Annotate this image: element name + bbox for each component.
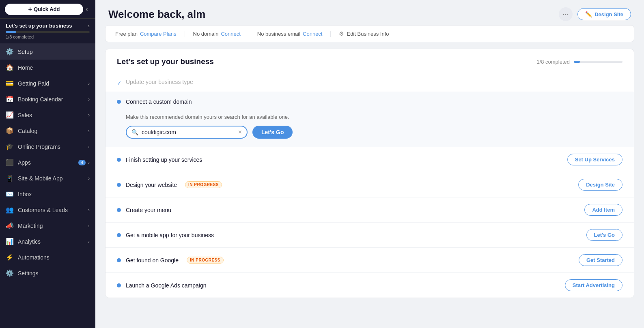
quick-add-button[interactable]: + Quick Add: [5, 4, 83, 15]
chevron-right-icon: ›: [88, 239, 90, 244]
info-bar-plan: Free plan Compare Plans: [115, 31, 185, 37]
set-up-services-button[interactable]: Set Up Services: [567, 154, 622, 165]
step-dot-icon: [117, 283, 121, 287]
add-item-button[interactable]: Add Item: [584, 204, 622, 216]
chevron-right-icon: ›: [88, 207, 90, 213]
setup-progress-bar: [574, 61, 622, 63]
step-label: Get a mobile app for your business: [126, 232, 214, 238]
sidebar-progress-text: 1/8 completed: [6, 34, 90, 39]
step-dot-icon: [117, 183, 121, 187]
sidebar-toggle-button[interactable]: ‹: [83, 3, 90, 15]
mobile-icon: 📱: [6, 174, 14, 182]
business-setup-toggle[interactable]: Let's set up your business ›: [6, 23, 90, 29]
sidebar-item-analytics[interactable]: 📊 Analytics ›: [0, 234, 95, 249]
chevron-right-icon: ›: [88, 112, 90, 118]
step-design-website: Design your website IN PROGRESS Design S…: [106, 172, 634, 197]
sidebar-item-label: Inbox: [18, 191, 32, 197]
chevron-right-icon: ›: [88, 81, 90, 86]
lets-go-button[interactable]: Let's Go: [252, 126, 293, 139]
more-options-button[interactable]: ···: [559, 7, 573, 21]
sidebar-item-label: Booking Calendar: [18, 96, 63, 103]
sidebar-item-setup[interactable]: ⚙️ Setup: [0, 44, 95, 60]
domain-search-input[interactable]: [142, 129, 235, 135]
search-icon: 🔍: [131, 129, 138, 135]
domain-input-row: 🔍 × Let's Go: [126, 126, 622, 139]
domain-clear-button[interactable]: ×: [238, 129, 242, 135]
step-create-menu: Create your menu Add Item: [106, 197, 634, 223]
start-advertising-button[interactable]: Start Advertising: [565, 279, 622, 291]
step-mobile-app: Get a mobile app for your business Let's…: [106, 223, 634, 248]
sidebar-item-catalog[interactable]: 📦 Catalog ›: [0, 123, 95, 139]
automations-icon: ⚡: [6, 253, 14, 261]
sidebar-item-label: Catalog: [18, 128, 37, 134]
sidebar-item-apps[interactable]: ⬛ Apps 4 ›: [0, 154, 95, 170]
sidebar-progress-fill: [6, 31, 16, 33]
business-setup-section: Let's set up your business › 1/8 complet…: [0, 19, 95, 44]
setup-card-progress: 1/8 completed: [536, 59, 622, 65]
step-label: Connect a custom domain: [126, 99, 192, 105]
step-check-icon: ✓: [117, 80, 121, 84]
step-dot-icon: [117, 158, 121, 162]
design-site-button[interactable]: ✏️ Design Site: [577, 8, 631, 20]
step-label: Design your website: [126, 182, 177, 188]
sidebar-item-home[interactable]: 🏠 Home: [0, 60, 95, 75]
sidebar-top: + Quick Add ‹: [0, 0, 95, 19]
chevron-right-icon: ›: [88, 23, 90, 29]
sidebar-item-label: Customers & Leads: [18, 207, 68, 213]
chevron-right-icon: ›: [88, 144, 90, 150]
pencil-icon: ✏️: [585, 11, 592, 17]
online-programs-icon: 🎓: [6, 143, 14, 150]
sidebar-item-online-programs[interactable]: 🎓 Online Programs ›: [0, 139, 95, 154]
edit-business-link[interactable]: Edit Business Info: [347, 31, 389, 37]
step-description: Make this recommended domain yours or se…: [126, 114, 622, 120]
sidebar-item-label: Setup: [18, 49, 33, 55]
inbox-icon: ✉️: [6, 190, 14, 198]
main-header: Welcome back, alm ··· ✏️ Design Site: [95, 0, 644, 25]
step-dot-icon: [117, 208, 121, 212]
ellipsis-icon: ···: [563, 10, 569, 19]
design-site-label: Design Site: [594, 11, 623, 17]
mobile-lets-go-button[interactable]: Let's Go: [586, 229, 623, 241]
sidebar-item-customers-leads[interactable]: 👥 Customers & Leads ›: [0, 202, 95, 218]
chevron-right-icon: ›: [88, 160, 90, 165]
info-bar-domain: No domain Connect: [185, 31, 249, 37]
sidebar-item-inbox[interactable]: ✉️ Inbox: [0, 186, 95, 202]
sidebar-item-getting-paid[interactable]: 💳 Getting Paid ›: [0, 75, 95, 91]
step-label: Finish setting up your services: [126, 156, 202, 163]
connect-domain-link[interactable]: Connect: [221, 31, 240, 37]
apps-badge: 4: [78, 160, 86, 165]
marketing-icon: 📣: [6, 222, 14, 229]
step-label: Update your business type: [126, 79, 193, 85]
info-bar-edit-business[interactable]: ⚙ Edit Business Info: [331, 30, 397, 37]
step-dot-icon: [117, 258, 121, 262]
setup-progress-fill: [574, 61, 580, 63]
get-started-button[interactable]: Get Started: [579, 254, 622, 266]
sidebar-item-automations[interactable]: ⚡ Automations: [0, 249, 95, 265]
connect-email-link[interactable]: Connect: [303, 31, 322, 37]
sidebar-item-site-mobile[interactable]: 📱 Site & Mobile App ›: [0, 170, 95, 186]
sidebar-item-label: Analytics: [18, 238, 41, 245]
header-actions: ··· ✏️ Design Site: [559, 7, 631, 21]
sidebar-item-marketing[interactable]: 📣 Marketing ›: [0, 218, 95, 234]
chevron-right-icon: ›: [88, 96, 90, 102]
page-title: Welcome back, alm: [108, 8, 205, 21]
design-site-step-button[interactable]: Design Site: [578, 179, 622, 191]
apps-icon: ⬛: [6, 159, 14, 166]
sidebar-item-label: Site & Mobile App: [18, 175, 63, 182]
in-progress-badge: IN PROGRESS: [187, 257, 224, 264]
sidebar: + Quick Add ‹ Let's set up your business…: [0, 0, 95, 328]
plus-icon: +: [28, 6, 32, 13]
gear-icon: ⚙: [339, 30, 344, 37]
sidebar-item-booking-calendar[interactable]: 📅 Booking Calendar ›: [0, 91, 95, 107]
sidebar-item-sales[interactable]: 📈 Sales ›: [0, 107, 95, 123]
sidebar-item-label: Getting Paid: [18, 80, 49, 87]
setup-icon: ⚙️: [6, 48, 14, 56]
sidebar-item-settings[interactable]: ⚙️ Settings: [0, 265, 95, 281]
sales-icon: 📈: [6, 111, 14, 119]
analytics-icon: 📊: [6, 238, 14, 245]
step-connect-domain-row: Connect a custom domain: [106, 92, 634, 111]
sidebar-progress-bar: [6, 31, 90, 33]
setup-card-title: Let's set up your business: [117, 57, 214, 66]
settings-icon: ⚙️: [6, 269, 14, 277]
compare-plans-link[interactable]: Compare Plans: [140, 31, 177, 37]
